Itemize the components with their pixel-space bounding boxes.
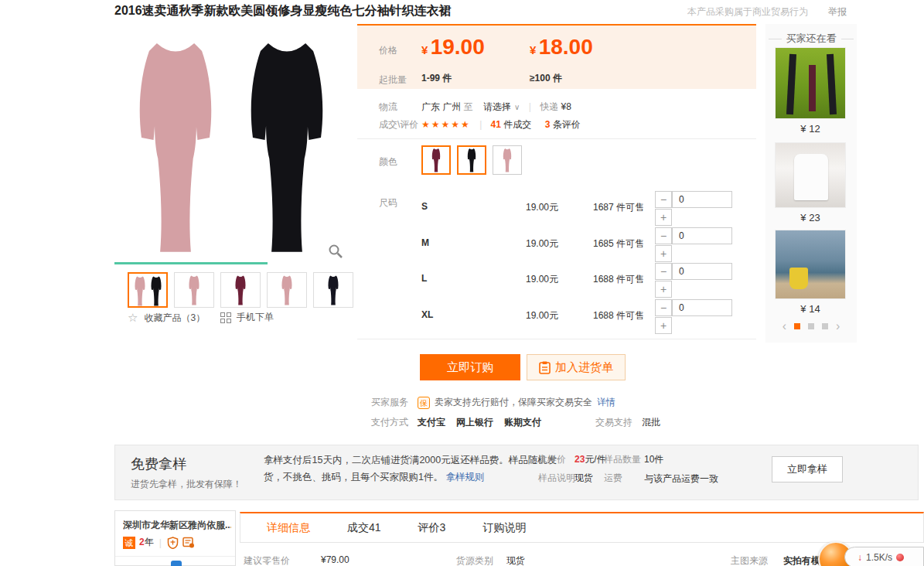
thumbnail-pink[interactable] xyxy=(174,272,214,308)
source-type-value: 现货 xyxy=(506,554,525,566)
recommended-product[interactable]: ¥ 12 xyxy=(775,47,846,135)
recommendation-image xyxy=(775,230,846,299)
speed-value: 1.5K/s xyxy=(866,552,892,563)
minus-button[interactable]: − xyxy=(655,299,672,316)
tab-details[interactable]: 详细信息 xyxy=(267,521,310,535)
sample-desc-value: 现货 xyxy=(575,472,593,485)
quantity-input[interactable] xyxy=(672,263,732,280)
get-sample-button[interactable]: 立即拿样 xyxy=(772,456,843,482)
quantity-input[interactable] xyxy=(672,191,732,208)
pink-dress-image xyxy=(121,30,230,261)
sample-ship-value: 与该产品运费一致 xyxy=(644,472,718,486)
thumbnail-navy[interactable] xyxy=(313,272,353,308)
page-dot-3[interactable] xyxy=(822,323,828,329)
swatch-pink[interactable] xyxy=(493,145,522,175)
express-label: 快递 xyxy=(540,101,558,112)
quantity-input[interactable] xyxy=(672,299,732,316)
sample-price-label: 拿样价 xyxy=(538,453,566,466)
recommendation-price: ¥ 14 xyxy=(775,303,846,315)
moq-label: 起批量 xyxy=(379,73,407,87)
reviews-count[interactable]: 3 xyxy=(545,119,551,130)
plus-button[interactable]: + xyxy=(655,317,672,334)
image-source-label: 主图来源 xyxy=(731,554,768,566)
detail-tabs: 详细信息 成交41 评价3 订购说明 xyxy=(240,512,924,543)
plus-button[interactable]: + xyxy=(655,209,672,226)
report-link[interactable]: 举报 xyxy=(828,5,847,19)
shield-badge-icon xyxy=(167,537,179,549)
product-page: 2016速卖通秋季新款欧美圆领修身显瘦纯色七分袖针织连衣裙 本产品采购属于商业贸… xyxy=(0,0,924,566)
buyer-service-label: 买家服务 xyxy=(371,396,408,409)
tier2-price: ¥ 18.00 xyxy=(530,35,593,60)
order-now-button[interactable]: 立即订购 xyxy=(420,354,520,380)
size-stock: 1685 件可售 xyxy=(593,237,644,251)
minus-button[interactable]: − xyxy=(655,227,672,244)
status-dot-icon xyxy=(896,554,904,561)
sample-title: 免费拿样 xyxy=(131,455,186,473)
recommendation-price: ¥ 12 xyxy=(775,123,846,135)
size-price: 19.00元 xyxy=(526,309,558,322)
source-type-label: 货源类别 xyxy=(456,554,493,566)
swatch-black[interactable] xyxy=(457,145,486,175)
certificate-badge-icon xyxy=(182,537,195,548)
quantity-input[interactable] xyxy=(672,227,732,244)
favorite-product[interactable]: ☆ 收藏产品（3） xyxy=(128,311,205,325)
add-to-cart-button[interactable]: 加入进货单 xyxy=(527,354,626,380)
page-dot-1[interactable] xyxy=(794,323,800,329)
clipboard-icon xyxy=(539,361,551,374)
thumbnail-maroon[interactable] xyxy=(220,272,261,308)
plus-button[interactable]: + xyxy=(655,281,672,298)
trade-support-label: 交易支持 xyxy=(595,416,632,429)
recommended-product[interactable]: ¥ 14 xyxy=(775,230,846,315)
price-label: 价格 xyxy=(379,44,397,57)
payment-netbank[interactable]: 网上银行 xyxy=(456,416,493,429)
price-panel: 价格 ¥ 19.00 ¥ 18.00 起批量 1-99 件 ≥100 件 xyxy=(357,24,756,89)
recommended-product[interactable]: ¥ 23 xyxy=(775,142,846,223)
favorite-label: 收藏产品（3） xyxy=(144,312,205,325)
sample-qty-label: 样品数量 xyxy=(604,453,641,466)
size-stock: 1687 件可售 xyxy=(593,201,644,214)
plus-button[interactable]: + xyxy=(655,245,672,262)
seller-name[interactable]: 深圳市龙华新区雅尚依服... xyxy=(123,519,231,532)
mobile-order-label: 手机下单 xyxy=(237,311,274,324)
next-arrow-icon[interactable]: › xyxy=(836,319,840,333)
deals-count[interactable]: 41 xyxy=(491,119,501,130)
mobile-order[interactable]: 手机下单 xyxy=(220,311,274,324)
swatch-maroon[interactable] xyxy=(421,145,451,175)
page-dot-2[interactable] xyxy=(808,323,814,329)
divider xyxy=(357,138,756,139)
recommendations-sidebar: 买家还在看 ¥ 12 ¥ 23 ¥ 14 ‹ › xyxy=(765,24,857,343)
page-title: 2016速卖通秋季新款欧美圆领修身显瘦纯色七分袖针织连衣裙 xyxy=(114,3,452,19)
service-detail-link[interactable]: 详情 xyxy=(597,396,615,409)
main-product-image[interactable] xyxy=(114,26,346,267)
prev-arrow-icon[interactable]: ‹ xyxy=(783,319,786,333)
thumbnail-pink-2[interactable] xyxy=(267,272,307,308)
tab-reviews[interactable]: 评价3 xyxy=(418,521,446,535)
free-sample-section: 免费拿样 进货先拿样，批发有保障！ 拿样支付后15天内，二次店铺进货满2000元… xyxy=(114,445,919,500)
size-price: 19.00元 xyxy=(526,201,558,214)
network-speed-widget[interactable]: ↓ 1.5K/s xyxy=(844,547,924,566)
thumbnail-strip xyxy=(128,272,353,308)
divider xyxy=(357,339,756,339)
tab-deals[interactable]: 成交41 xyxy=(347,521,381,535)
sample-ship-label: 运费 xyxy=(604,472,622,485)
thumbnail-pair[interactable] xyxy=(128,272,168,308)
payment-alipay[interactable]: 支付宝 xyxy=(418,416,445,429)
recommendation-image xyxy=(775,47,846,119)
tier1-price: ¥ 19.00 xyxy=(421,35,485,60)
sample-rule-link[interactable]: 拿样规则 xyxy=(445,472,484,482)
star-outline-icon: ☆ xyxy=(128,311,138,325)
size-stock: 1688 件可售 xyxy=(593,273,644,286)
tab-order-info[interactable]: 订购说明 xyxy=(482,521,526,535)
payment-credit[interactable]: 账期支付 xyxy=(504,416,541,429)
logistics-origin: 广东 广州 xyxy=(421,101,461,112)
tier2-moq: ≥100 件 xyxy=(530,72,562,85)
minus-button[interactable]: − xyxy=(655,191,672,208)
size-name: XL xyxy=(421,309,433,320)
recommendation-image xyxy=(775,142,846,208)
star-rating-icon: ★★★★★ xyxy=(421,119,471,130)
minus-button[interactable]: − xyxy=(655,263,672,280)
magnifier-icon[interactable] xyxy=(328,244,343,259)
destination-select[interactable]: 请选择∨ xyxy=(483,101,523,112)
chat-icon[interactable] xyxy=(171,561,182,566)
black-dress-image xyxy=(232,30,342,261)
